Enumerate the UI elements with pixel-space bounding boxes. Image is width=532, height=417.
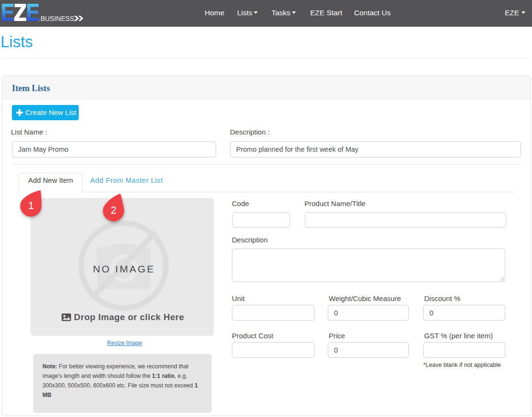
svg-text:1: 1 [28, 199, 34, 211]
svg-text:.BUSINESS: .BUSINESS [39, 15, 74, 22]
svg-text:NO IMAGE: NO IMAGE [93, 263, 156, 274]
svg-text:Drop Image or click Here: Drop Image or click Here [74, 312, 184, 322]
svg-text:2: 2 [111, 204, 116, 216]
